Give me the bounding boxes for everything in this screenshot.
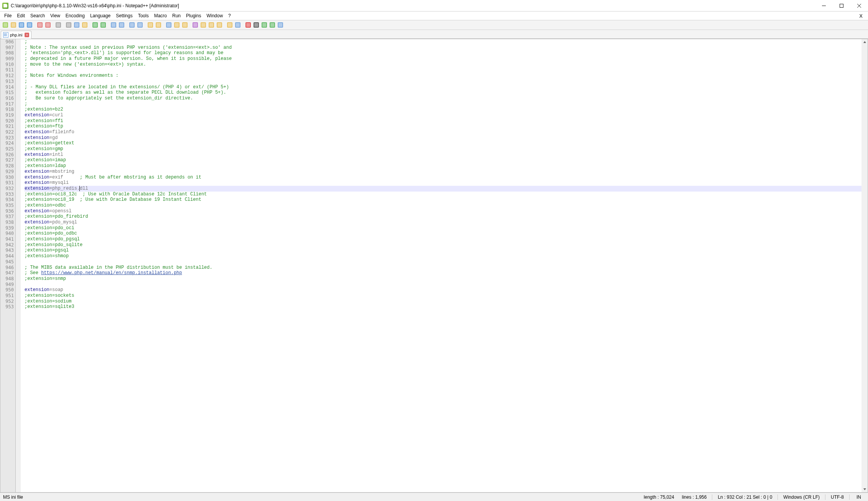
code-line[interactable]: ; Notes for Windows environments : <box>25 73 861 79</box>
code-line[interactable] <box>25 259 861 265</box>
tab-php-ini[interactable]: php.ini × <box>1 31 31 39</box>
menu-view[interactable]: View <box>48 12 63 19</box>
menu-language[interactable]: Language <box>87 12 113 19</box>
code-line[interactable]: ;extension=shmop <box>25 253 861 259</box>
code-line[interactable]: ;extension=snmp <box>25 276 861 282</box>
sync-h-icon[interactable] <box>155 21 162 29</box>
play-macro-multi-icon[interactable] <box>268 21 276 29</box>
play-macro-icon[interactable] <box>260 21 268 29</box>
show-all-icon[interactable] <box>173 21 181 29</box>
code-line[interactable]: ;extension=bz2 <box>25 107 861 112</box>
scroll-down-button[interactable] <box>861 486 868 493</box>
indent-guide-icon[interactable] <box>181 21 189 29</box>
menu-file[interactable]: File <box>2 12 14 19</box>
code-line[interactable]: ; deprecated in a future PHP major versi… <box>25 56 861 62</box>
menu-[interactable]: ? <box>226 12 234 19</box>
code-line[interactable]: ;extension=pdo_odbc <box>25 231 861 236</box>
zoom-out-icon[interactable] <box>136 21 144 29</box>
code-line[interactable]: ;extension=sodium <box>25 299 861 304</box>
code-line[interactable]: ;extension=pdo_pgsql <box>25 236 861 242</box>
stop-macro-icon[interactable] <box>252 21 260 29</box>
code-line[interactable]: ;extension=gettext <box>25 141 861 146</box>
code-line[interactable]: ;extension=imap <box>25 157 861 163</box>
word-wrap-icon[interactable] <box>165 21 173 29</box>
vertical-scrollbar[interactable] <box>861 39 868 493</box>
code-line[interactable]: extension=exif ; Must be after mbstring … <box>25 175 861 180</box>
close-all-icon[interactable] <box>44 21 52 29</box>
code-line[interactable]: ; extension folders as well as the separ… <box>25 90 861 96</box>
find-icon[interactable] <box>110 21 117 29</box>
maximize-button[interactable] <box>833 0 850 12</box>
save-all-icon[interactable] <box>26 21 33 29</box>
code-line[interactable]: extension=fileinfo <box>25 129 861 135</box>
menu-run[interactable]: Run <box>170 12 183 19</box>
code-line[interactable] <box>25 282 861 288</box>
code-line[interactable]: ;extension=pdo_sqlite <box>25 242 861 248</box>
status-insert-mode[interactable]: IN <box>851 494 866 500</box>
code-line[interactable]: ;extension=ftp <box>25 124 861 129</box>
menu-edit[interactable]: Edit <box>14 12 28 19</box>
menu-window[interactable]: Window <box>204 12 226 19</box>
code-line[interactable]: ;extension=sqlite3 <box>25 304 861 310</box>
code-line[interactable]: ; Note : The syntax used in previous PHP… <box>25 45 861 51</box>
code-line[interactable]: ;extension=gmp <box>25 146 861 152</box>
save-macro-icon[interactable] <box>277 21 284 29</box>
paste-icon[interactable] <box>81 21 89 29</box>
tab-close-icon[interactable]: × <box>25 33 29 37</box>
code-line[interactable]: ;extension=pgsql <box>25 248 861 253</box>
doc-map-icon[interactable] <box>199 21 207 29</box>
menu-settings[interactable]: Settings <box>113 12 135 19</box>
code-line[interactable]: ; Be sure to appropriately set the exten… <box>25 96 861 101</box>
open-file-icon[interactable] <box>10 21 17 29</box>
status-encoding[interactable]: UTF-8 <box>827 494 848 500</box>
code-line[interactable]: ; <box>25 67 861 73</box>
code-line[interactable]: ;extension=oci8_12c ; Use with Oracle Da… <box>25 192 861 197</box>
menu-search[interactable]: Search <box>28 12 48 19</box>
menu-tools[interactable]: Tools <box>135 12 152 19</box>
undo-icon[interactable] <box>91 21 99 29</box>
folder-workspace-icon[interactable] <box>226 21 234 29</box>
code-line[interactable]: ;extension=oci8_19 ; Use with Oracle Dat… <box>25 197 861 203</box>
code-line[interactable]: ;extension=ffi <box>25 118 861 124</box>
code-line[interactable]: ; <box>25 101 861 107</box>
fold-margin[interactable] <box>15 39 21 493</box>
code-line[interactable]: extension=curl <box>25 112 861 118</box>
status-eol[interactable]: Windows (CR LF) <box>779 494 824 500</box>
redo-icon[interactable] <box>99 21 107 29</box>
code-line[interactable]: extension=pdo_mysql <box>25 220 861 225</box>
code-line[interactable]: ;extension=sockets <box>25 293 861 299</box>
new-file-icon[interactable] <box>2 21 9 29</box>
code-line[interactable]: extension=openssl <box>25 208 861 214</box>
scroll-up-button[interactable] <box>861 39 868 45</box>
menu-encoding[interactable]: Encoding <box>63 12 87 19</box>
udlang-icon[interactable] <box>191 21 199 29</box>
record-macro-icon[interactable] <box>244 21 252 29</box>
code-line[interactable]: ; move to the new ('extension=<ext>) syn… <box>25 62 861 68</box>
close-icon[interactable] <box>36 21 44 29</box>
code-line[interactable]: extension=mysqli <box>25 180 861 186</box>
code-line[interactable]: extension=php_redis.dll <box>25 186 861 192</box>
code-line[interactable]: extension=gd <box>25 135 861 141</box>
minimize-button[interactable] <box>815 0 833 12</box>
code-line[interactable]: ; - Many DLL files are located in the ex… <box>25 84 861 90</box>
mdi-close-button[interactable]: X <box>855 13 866 19</box>
cut-icon[interactable] <box>65 21 72 29</box>
code-line[interactable]: ;extension=ldap <box>25 163 861 169</box>
code-line[interactable]: ;extension=pdo_oci <box>25 225 861 231</box>
code-line[interactable]: extension=soap <box>25 287 861 293</box>
func-list-icon[interactable] <box>216 21 223 29</box>
code-line[interactable]: ; 'extension='php_<ext>.dll') is support… <box>25 50 861 56</box>
menu-macro[interactable]: Macro <box>152 12 170 19</box>
print-icon[interactable] <box>54 21 62 29</box>
menu-plugins[interactable]: Plugins <box>183 12 204 19</box>
code-line[interactable]: ; <box>25 79 861 84</box>
close-button[interactable] <box>850 0 868 12</box>
code-area[interactable]: ;; Note : The syntax used in previous PH… <box>21 39 861 493</box>
code-line[interactable]: ; See https://www.php.net/manual/en/snmp… <box>25 270 861 276</box>
replace-icon[interactable] <box>118 21 125 29</box>
doc-list-icon[interactable] <box>208 21 215 29</box>
code-line[interactable]: ;extension=pdo_firebird <box>25 214 861 220</box>
save-icon[interactable] <box>18 21 25 29</box>
sync-v-icon[interactable] <box>147 21 154 29</box>
code-line[interactable]: ; The MIBS data available in the PHP dis… <box>25 265 861 271</box>
